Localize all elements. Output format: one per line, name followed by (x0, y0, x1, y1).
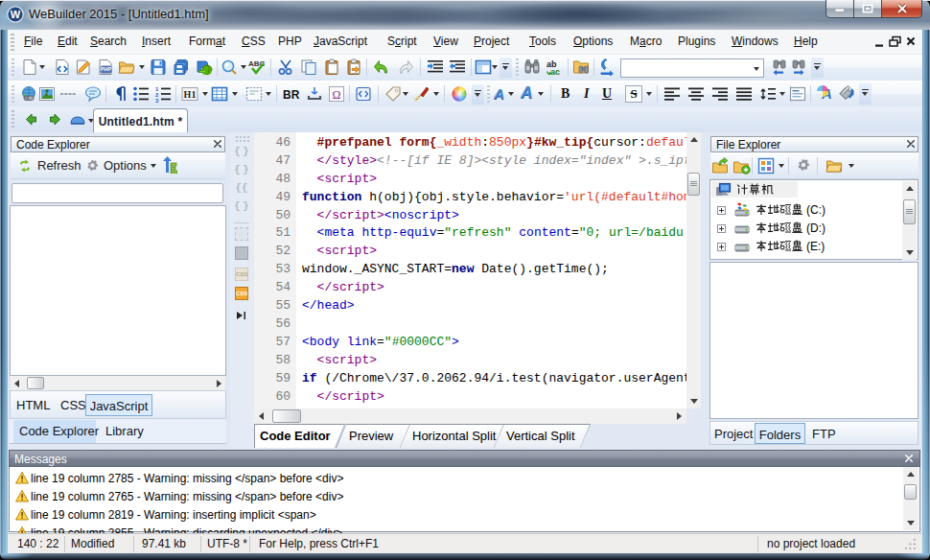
svg-text:3: 3 (155, 98, 159, 103)
svg-text:Ω: Ω (333, 88, 341, 102)
svg-text:PHP: PHP (101, 66, 112, 72)
svg-text:W: W (11, 9, 21, 20)
svg-text:ac: ac (550, 67, 560, 76)
svg-text:H1: H1 (184, 89, 197, 100)
